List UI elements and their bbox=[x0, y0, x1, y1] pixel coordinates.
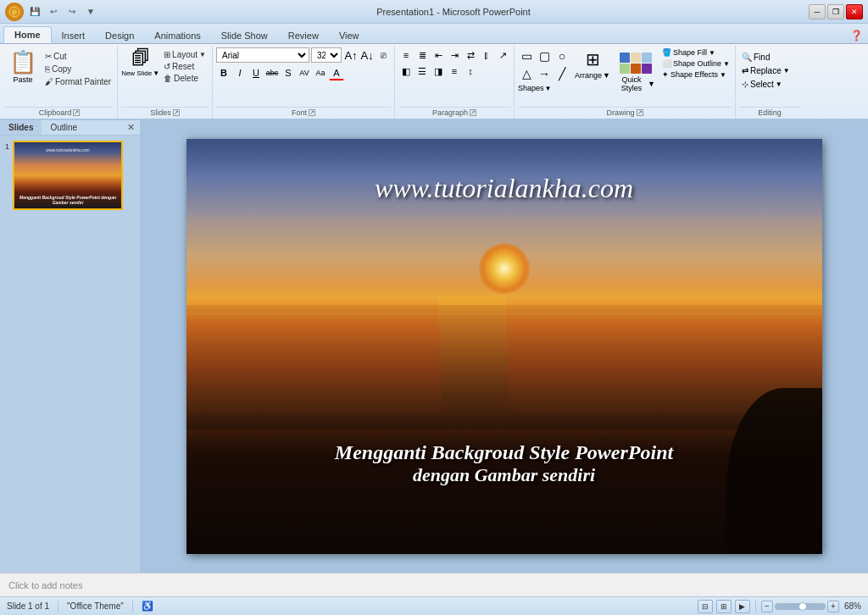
indent-increase-btn[interactable]: ⇥ bbox=[447, 47, 462, 63]
paste-button[interactable]: 📋 Paste bbox=[5, 47, 41, 86]
bold-button[interactable]: B bbox=[216, 65, 231, 80]
editing-label: Editing bbox=[739, 107, 800, 119]
layout-button[interactable]: ⊞ Layout ▼ bbox=[161, 49, 209, 60]
shape-effects-button[interactable]: ✦ Shape Effects ▼ bbox=[660, 69, 732, 80]
shape-triangle[interactable]: △ bbox=[518, 65, 535, 82]
help-icon[interactable]: ❓ bbox=[850, 30, 863, 43]
strikethrough-button[interactable]: abc bbox=[264, 65, 280, 80]
minimize-button[interactable]: ─ bbox=[809, 4, 826, 19]
zoom-track[interactable] bbox=[775, 603, 826, 610]
quick-access-undo[interactable]: ↩ bbox=[46, 4, 61, 19]
copy-button[interactable]: ⎘ Copy bbox=[42, 64, 114, 75]
tab-review[interactable]: Review bbox=[278, 28, 329, 43]
slide-url-text[interactable]: www.tutorialankha.com bbox=[375, 173, 633, 204]
shape-rounded-rect[interactable]: ▢ bbox=[536, 47, 553, 64]
slides-expand[interactable]: ↗ bbox=[173, 109, 180, 116]
slides-col: ⊞ Layout ▼ ↺ Reset 🗑 Delete bbox=[161, 49, 209, 84]
slides-tab[interactable]: Slides bbox=[0, 120, 42, 135]
tab-design[interactable]: Design bbox=[95, 28, 144, 43]
columns-btn[interactable]: ⫿ bbox=[479, 47, 494, 63]
arrange-arrow: ▼ bbox=[603, 71, 610, 80]
para-expand[interactable]: ↗ bbox=[470, 109, 476, 116]
font-color-btn[interactable]: A bbox=[329, 65, 344, 80]
reset-button[interactable]: ↺ Reset bbox=[161, 61, 209, 72]
replace-button[interactable]: ⇄ Replace ▼ bbox=[739, 64, 793, 77]
tab-slideshow[interactable]: Slide Show bbox=[211, 28, 278, 43]
change-case-btn[interactable]: Aa bbox=[313, 65, 328, 80]
slide-canvas[interactable]: www.tutorialankha.com Mengganti Backgrou… bbox=[186, 139, 822, 554]
cut-icon: ✂ bbox=[45, 52, 52, 61]
para-expand-btn[interactable]: ↗ bbox=[495, 47, 510, 63]
shape-arrow[interactable]: → bbox=[536, 65, 553, 82]
increase-font-btn[interactable]: A↑ bbox=[343, 47, 359, 63]
drawing-expand[interactable]: ↗ bbox=[637, 109, 643, 116]
slide-caption: Mengganti Backgroud Style PowerPoint den… bbox=[335, 441, 673, 486]
quick-access-customize[interactable]: ▼ bbox=[83, 4, 98, 19]
font-expand[interactable]: ↗ bbox=[309, 109, 315, 116]
underline-button[interactable]: U bbox=[248, 65, 264, 80]
cut-button[interactable]: ✂ Cut bbox=[42, 51, 114, 62]
zoom-in-btn[interactable]: + bbox=[827, 601, 839, 612]
indent-decrease-btn[interactable]: ⇤ bbox=[431, 47, 446, 63]
thumb-url: www.tutorialankha.com bbox=[14, 147, 121, 152]
restore-button[interactable]: ❒ bbox=[827, 4, 844, 19]
shapes-btn: Shapes ▼ bbox=[518, 84, 570, 92]
tab-animations[interactable]: Animations bbox=[144, 28, 210, 43]
quick-styles-button[interactable]: Quick Styles ▼ bbox=[615, 47, 657, 97]
outline-tab[interactable]: Outline bbox=[42, 120, 86, 135]
clear-format-btn[interactable]: ⎚ bbox=[376, 47, 391, 63]
slide-sorter-btn[interactable]: ⊞ bbox=[716, 600, 732, 613]
zoom-out-btn[interactable]: − bbox=[761, 601, 773, 612]
char-spacing-btn[interactable]: AV bbox=[297, 65, 312, 80]
shadow-button[interactable]: S bbox=[281, 65, 296, 80]
rtl-btn[interactable]: ⇄ bbox=[463, 47, 478, 63]
quick-access-redo[interactable]: ↪ bbox=[64, 4, 80, 19]
shape-fill-button[interactable]: 🪣 Shape Fill ▼ bbox=[660, 47, 732, 58]
drawing-right: 🪣 Shape Fill ▼ ⬜ Shape Outline ▼ ✦ Shape… bbox=[660, 47, 732, 80]
accessibility-icon[interactable]: ♿ bbox=[142, 601, 153, 612]
new-slide-button[interactable]: 🗐 New Slide ▼ bbox=[121, 47, 159, 77]
font-name-row: Arial 32 A↑ A↓ ⎚ bbox=[216, 47, 391, 63]
close-button[interactable]: ✕ bbox=[846, 4, 863, 19]
slide-thumbnail-1: 1 www.tutorialankha.com Mengganti Backgr… bbox=[5, 141, 135, 210]
qs-square-1 bbox=[620, 53, 630, 63]
clipboard-expand[interactable]: ↗ bbox=[73, 109, 80, 116]
shape-line[interactable]: ╱ bbox=[554, 65, 570, 82]
format-painter-button[interactable]: 🖌 Format Painter bbox=[42, 76, 114, 87]
align-left-btn[interactable]: ◧ bbox=[398, 64, 414, 79]
slide-caption-line1: Mengganti Backgroud Style PowerPoint bbox=[335, 441, 673, 463]
notes-area[interactable]: Click to add notes bbox=[0, 573, 868, 596]
justify-btn[interactable]: ≡ bbox=[447, 64, 462, 79]
notes-placeholder: Click to add notes bbox=[8, 580, 82, 590]
delete-button[interactable]: 🗑 Delete bbox=[161, 73, 209, 84]
shape-rectangle[interactable]: ▭ bbox=[518, 47, 535, 64]
bullets-btn[interactable]: ≡ bbox=[398, 47, 414, 63]
arrange-label: Arrange ▼ bbox=[575, 71, 610, 80]
font-size-select[interactable]: 32 bbox=[311, 47, 342, 63]
panel-close-button[interactable]: ✕ bbox=[122, 120, 140, 135]
decrease-font-btn[interactable]: A↓ bbox=[359, 47, 375, 63]
find-button[interactable]: 🔍 Find bbox=[739, 51, 772, 64]
shapes-arrow: ▼ bbox=[545, 85, 552, 92]
status-sep-1 bbox=[58, 601, 58, 612]
zoom-level[interactable]: 68% bbox=[844, 601, 861, 611]
arrange-button[interactable]: ⊞ Arrange ▼ bbox=[574, 47, 611, 81]
tab-home[interactable]: Home bbox=[3, 26, 52, 43]
normal-view-btn[interactable]: ⊟ bbox=[698, 600, 713, 613]
align-center-btn[interactable]: ☰ bbox=[415, 64, 430, 79]
title-bar: P 💾 ↩ ↪ ▼ Presentation1 - Microsoft Powe… bbox=[0, 0, 868, 24]
numbering-btn[interactable]: ≣ bbox=[415, 47, 430, 63]
italic-button[interactable]: I bbox=[232, 65, 248, 80]
line-spacing-btn[interactable]: ↕ bbox=[463, 64, 478, 79]
select-button[interactable]: ⊹ Select ▼ bbox=[739, 78, 785, 91]
shape-oval[interactable]: ○ bbox=[554, 47, 570, 64]
font-name-select[interactable]: Arial bbox=[216, 47, 309, 63]
slideshow-btn[interactable]: ▶ bbox=[735, 600, 750, 613]
office-button[interactable]: P bbox=[5, 3, 24, 21]
quick-access-save[interactable]: 💾 bbox=[27, 4, 42, 19]
align-right-btn[interactable]: ◨ bbox=[431, 64, 446, 79]
shape-outline-button[interactable]: ⬜ Shape Outline ▼ bbox=[660, 58, 732, 69]
tab-view[interactable]: View bbox=[329, 28, 370, 43]
slide-preview-1[interactable]: www.tutorialankha.com Mengganti Backgrou… bbox=[13, 141, 123, 210]
tab-insert[interactable]: Insert bbox=[52, 28, 96, 43]
